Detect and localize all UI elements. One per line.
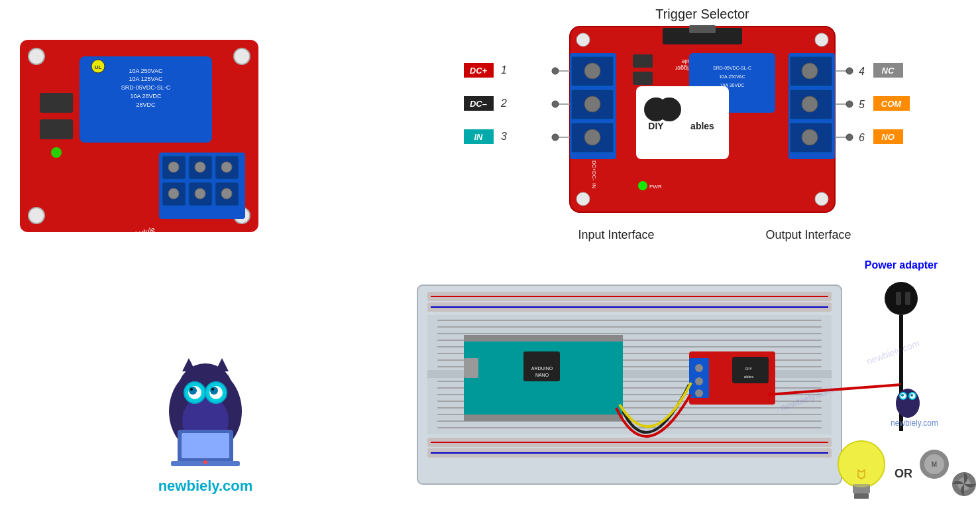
svg-point-24: [195, 188, 205, 199]
svg-point-48: [203, 460, 207, 464]
svg-point-3: [28, 208, 44, 223]
svg-point-159: [695, 377, 703, 385]
svg-text:SRD-05VDC-SL-C: SRD-05VDC-SL-C: [121, 84, 171, 91]
svg-point-53: [576, 192, 590, 206]
svg-text:IN: IN: [591, 183, 597, 188]
svg-point-60: [584, 96, 600, 112]
svg-point-28: [51, 147, 62, 158]
svg-rect-129: [437, 326, 822, 328]
svg-text:2: 2: [500, 97, 507, 109]
svg-point-25: [221, 188, 232, 199]
svg-rect-165: [896, 292, 901, 305]
svg-text:10A 125VAC: 10A 125VAC: [129, 76, 163, 82]
svg-rect-27: [40, 119, 73, 139]
svg-point-51: [576, 33, 590, 46]
svg-text:6: 6: [859, 132, 865, 143]
svg-marker-33: [182, 358, 195, 371]
svg-text:1: 1: [501, 64, 507, 76]
svg-text:PWR: PWR: [649, 184, 662, 190]
svg-rect-154: [464, 358, 478, 378]
output-interface-label: Output Interface: [762, 235, 847, 249]
svg-text:SRD-05VDC-SL-C: SRD-05VDC-SL-C: [713, 66, 751, 70]
svg-point-69: [802, 63, 818, 79]
power-adapter-label: Power adapter: [861, 265, 930, 277]
svg-point-52: [815, 33, 828, 46]
svg-text:10A 250VAC: 10A 250VAC: [719, 74, 745, 79]
svg-point-191: [901, 394, 904, 397]
svg-rect-166: [905, 292, 910, 305]
svg-point-115: [846, 134, 853, 141]
svg-rect-84: [689, 25, 716, 33]
input-interface-label: Input Interface: [570, 235, 646, 249]
svg-point-22: [221, 162, 232, 172]
svg-point-70: [802, 96, 818, 112]
svg-rect-128: [437, 320, 822, 321]
svg-point-95: [552, 101, 559, 107]
svg-rect-152: [464, 335, 623, 342]
svg-rect-26: [40, 93, 73, 113]
svg-point-38: [189, 387, 197, 395]
or-label: OR: [891, 471, 909, 485]
svg-point-160: [695, 389, 703, 397]
svg-text:DIY: DIY: [648, 121, 664, 131]
svg-point-80: [657, 97, 681, 121]
svg-text:DC+: DC+: [470, 66, 488, 76]
svg-text:COM: COM: [881, 99, 902, 109]
svg-text:NO: NO: [881, 132, 895, 142]
svg-point-20: [168, 162, 179, 172]
svg-point-110: [846, 101, 853, 107]
svg-point-42: [210, 387, 218, 395]
svg-text:28VDC: 28VDC: [136, 101, 156, 108]
svg-text:10A 250VAC: 10A 250VAC: [129, 68, 163, 74]
svg-text:DIY: DIY: [745, 367, 752, 371]
svg-text:3: 3: [501, 131, 507, 142]
svg-point-71: [802, 129, 818, 145]
svg-rect-47: [182, 433, 229, 458]
site-name-label: newbiely.com: [146, 487, 233, 505]
svg-point-23: [168, 188, 179, 199]
svg-text:newbiely.com: newbiely.com: [891, 418, 938, 428]
svg-rect-85: [633, 54, 653, 68]
svg-text:10A 28VDC: 10A 28VDC: [130, 93, 162, 99]
svg-text:IN: IN: [474, 132, 484, 142]
svg-text:DC–: DC–: [470, 99, 487, 109]
svg-rect-130: [437, 333, 822, 334]
svg-text:UL: UL: [95, 64, 102, 70]
trigger-selector-label: Trigger Selector: [656, 3, 750, 19]
svg-point-158: [695, 364, 703, 372]
svg-point-39: [190, 388, 193, 391]
svg-point-59: [584, 63, 600, 79]
svg-text:ARDUINO: ARDUINO: [531, 366, 553, 371]
svg-point-175: [838, 441, 885, 487]
svg-point-192: [910, 394, 913, 397]
svg-text:5: 5: [859, 99, 865, 110]
svg-point-105: [846, 68, 853, 74]
svg-point-43: [211, 388, 214, 391]
svg-text:DC-: DC-: [591, 171, 597, 181]
svg-text:NC: NC: [882, 66, 895, 76]
svg-text:ables: ables: [690, 121, 714, 131]
svg-rect-153: [464, 414, 623, 421]
svg-rect-86: [633, 72, 653, 85]
svg-rect-172: [854, 493, 869, 499]
svg-text:DC+: DC+: [591, 160, 597, 172]
svg-text:M: M: [932, 461, 937, 468]
svg-text:NANO: NANO: [535, 373, 549, 377]
svg-point-1: [28, 48, 44, 64]
svg-text:newbiely.com: newbiely.com: [865, 338, 921, 367]
svg-point-185: [896, 389, 920, 418]
svg-point-2: [234, 48, 250, 64]
svg-text:ables: ables: [744, 375, 753, 379]
svg-point-61: [584, 129, 600, 145]
svg-point-21: [195, 162, 205, 172]
svg-point-90: [552, 68, 559, 74]
svg-text:4: 4: [859, 66, 865, 77]
svg-point-87: [638, 181, 647, 190]
svg-marker-34: [215, 358, 229, 371]
svg-point-54: [815, 192, 828, 206]
svg-point-100: [552, 134, 559, 141]
